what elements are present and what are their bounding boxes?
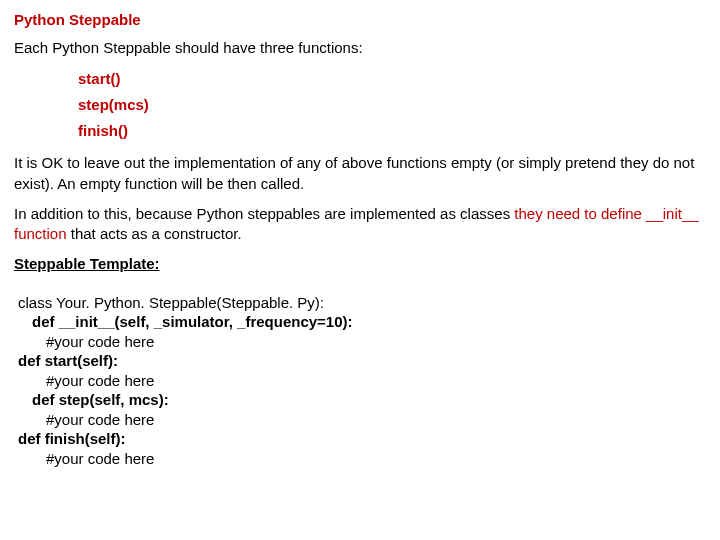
code-line: def __init__(self, _simulator, _frequenc…: [18, 312, 706, 332]
func-step: step(mcs): [78, 95, 706, 115]
intro-text: Each Python Steppable should have three …: [14, 38, 706, 58]
function-list: start() step(mcs) finish(): [14, 69, 706, 142]
code-line: #your code here: [18, 449, 706, 469]
code-line: #your code here: [18, 371, 706, 391]
func-start: start(): [78, 69, 706, 89]
para3-part-a: In addition to this, because Python step…: [14, 205, 514, 222]
code-line: class Your. Python. Steppable(Steppable.…: [18, 293, 706, 313]
para3-part-c: that acts as a constructor.: [67, 225, 242, 242]
template-heading: Steppable Template:: [14, 254, 706, 274]
paragraph-empty-ok: It is OK to leave out the implementation…: [14, 153, 706, 194]
code-line: def step(self, mcs):: [18, 390, 706, 410]
page-title: Python Steppable: [14, 10, 706, 30]
code-line: #your code here: [18, 332, 706, 352]
paragraph-init: In addition to this, because Python step…: [14, 204, 706, 245]
code-template: class Your. Python. Steppable(Steppable.…: [18, 293, 706, 469]
code-line: #your code here: [18, 410, 706, 430]
func-finish: finish(): [78, 121, 706, 141]
code-line: def finish(self):: [18, 429, 706, 449]
code-line: def start(self):: [18, 351, 706, 371]
